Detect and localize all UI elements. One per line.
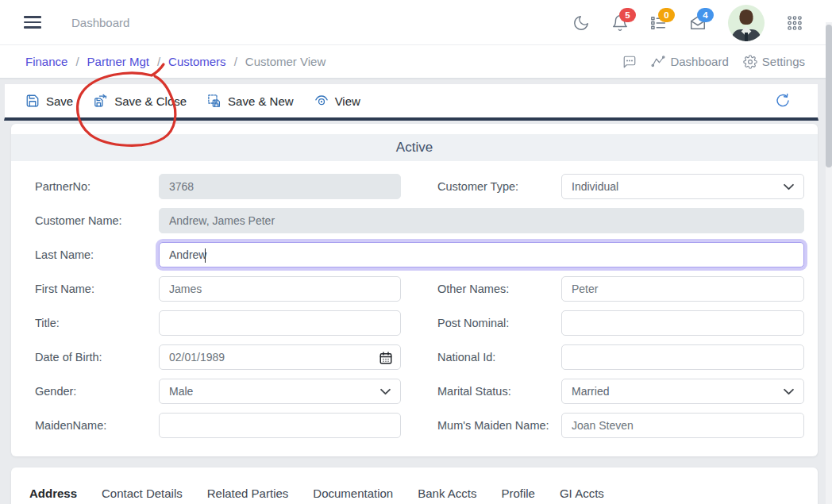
- save-new-button-label: Save & New: [228, 94, 294, 108]
- other-names-label: Other Names:: [426, 283, 561, 295]
- form-row: PartnerNo: Customer Type: Individual: [24, 174, 804, 199]
- other-names-input[interactable]: [562, 277, 803, 301]
- dashboard-link-label: Dashboard: [670, 55, 728, 68]
- header-actions: 5 0 4: [572, 0, 803, 45]
- breadcrumb-finance[interactable]: Finance: [25, 55, 67, 68]
- breadcrumb-bar: Finance / Partner Mgt / Customers / Cust…: [0, 45, 832, 79]
- breadcrumb: Finance / Partner Mgt / Customers / Cust…: [25, 55, 325, 68]
- calendar-icon[interactable]: [379, 351, 393, 365]
- breadcrumb-current: Customer View: [245, 55, 325, 68]
- marital-status-select[interactable]: Married: [561, 379, 804, 404]
- form-row: MaidenName: Mum's Maiden Name:: [24, 413, 804, 438]
- breadcrumb-actions: Dashboard Settings: [622, 55, 805, 69]
- chevron-down-icon: [380, 388, 391, 395]
- breadcrumb-partner-mgt[interactable]: Partner Mgt: [87, 55, 149, 68]
- chevron-down-icon: [784, 183, 794, 190]
- tab-profile[interactable]: Profile: [501, 487, 535, 500]
- hamburger-menu-icon[interactable]: [24, 13, 41, 32]
- save-icon: [25, 94, 40, 108]
- save-button[interactable]: Save: [25, 94, 73, 108]
- top-header: Dashboard 5 0: [0, 0, 832, 45]
- tasks-list-icon[interactable]: 0: [650, 14, 668, 32]
- last-name-label: Last Name:: [24, 248, 159, 261]
- mums-maiden-name-field: [561, 413, 804, 438]
- chevron-down-icon: [784, 388, 794, 395]
- last-name-input[interactable]: [160, 243, 803, 267]
- breadcrumb-separator: /: [75, 55, 79, 68]
- maiden-name-field: [159, 413, 401, 438]
- other-names-field: [561, 276, 804, 302]
- form-row: Date of Birth: National Id:: [24, 344, 804, 370]
- marital-status-value: Married: [572, 385, 609, 398]
- tab-related-parties[interactable]: Related Parties: [207, 487, 289, 500]
- tab-address[interactable]: Address: [29, 487, 77, 500]
- customer-name-field: [159, 208, 804, 233]
- apps-grid-icon[interactable]: [786, 14, 803, 32]
- avatar-head: [740, 10, 753, 25]
- first-name-label: First Name:: [24, 283, 159, 295]
- save-new-button[interactable]: Save & New: [207, 94, 294, 108]
- national-id-label: National Id:: [426, 351, 561, 364]
- breadcrumb-separator: /: [157, 55, 160, 68]
- customer-name-input: [160, 209, 803, 233]
- messages-mail-icon[interactable]: 4: [689, 14, 707, 32]
- form-row: Customer Name:: [24, 208, 804, 233]
- avatar-tie: [745, 33, 748, 41]
- tab-gi-accts[interactable]: GI Accts: [560, 487, 604, 500]
- vertical-scrollbar[interactable]: [826, 22, 832, 504]
- title-input[interactable]: [160, 311, 400, 335]
- status-bar: Active: [11, 134, 818, 161]
- post-nominal-input[interactable]: [562, 311, 803, 335]
- breadcrumb-customers[interactable]: Customers: [168, 55, 226, 68]
- settings-link-label: Settings: [762, 55, 805, 68]
- save-close-button[interactable]: Save & Close: [94, 94, 187, 108]
- settings-link[interactable]: Settings: [743, 55, 805, 69]
- national-id-input[interactable]: [562, 345, 803, 369]
- national-id-field: [561, 344, 804, 370]
- refresh-icon[interactable]: [775, 93, 791, 109]
- gender-value: Male: [169, 385, 193, 398]
- dark-mode-moon-icon[interactable]: [572, 14, 590, 32]
- title-field: [159, 310, 401, 336]
- notifications-bell-icon[interactable]: 5: [611, 14, 629, 32]
- view-button[interactable]: View: [314, 94, 360, 108]
- marital-status-label: Marital Status:: [426, 385, 561, 398]
- save-new-icon: [207, 94, 221, 108]
- partner-no-label: PartnerNo:: [24, 180, 159, 193]
- dashboard-link[interactable]: Dashboard: [651, 55, 728, 69]
- first-name-input[interactable]: [160, 277, 400, 301]
- maiden-name-input[interactable]: [160, 414, 400, 437]
- tab-documentation[interactable]: Documentation: [313, 487, 393, 500]
- detail-tabs-card: Address Contact Details Related Parties …: [11, 467, 818, 504]
- view-eye-icon: [314, 94, 329, 108]
- gender-select[interactable]: Male: [159, 379, 401, 404]
- user-avatar[interactable]: [728, 5, 765, 41]
- partner-no-input: [160, 175, 400, 198]
- record-toolbar: Save Save & Close Save & New View: [4, 83, 819, 121]
- scrollbar-thumb[interactable]: [826, 25, 832, 167]
- form-row: Title: Post Nominal:: [24, 310, 804, 336]
- mums-maiden-name-input[interactable]: [562, 414, 803, 437]
- customer-name-label: Customer Name:: [24, 214, 159, 227]
- tab-contact-details[interactable]: Contact Details: [102, 487, 183, 500]
- save-close-icon: [94, 94, 108, 108]
- last-name-field: [159, 242, 804, 267]
- comment-icon[interactable]: [622, 55, 637, 69]
- post-nominal-field: [561, 310, 804, 336]
- mums-maiden-name-label: Mum's Maiden Name:: [426, 419, 561, 432]
- customer-form-card: Active PartnerNo: Customer Type: Individ…: [11, 124, 818, 456]
- gear-icon: [743, 55, 757, 69]
- maiden-name-label: MaidenName:: [24, 419, 159, 432]
- customer-type-select[interactable]: Individual: [561, 174, 804, 199]
- post-nominal-label: Post Nominal:: [426, 317, 561, 329]
- gender-label: Gender:: [24, 385, 159, 398]
- date-of-birth-input[interactable]: [160, 345, 400, 369]
- tab-bank-accts[interactable]: Bank Accts: [418, 487, 476, 500]
- save-button-label: Save: [46, 94, 73, 108]
- tasks-badge: 0: [658, 8, 675, 22]
- save-close-button-label: Save & Close: [114, 94, 187, 108]
- first-name-field: [159, 276, 401, 302]
- messages-badge: 4: [697, 8, 714, 22]
- customer-view-page: Dashboard 5 0: [0, 0, 832, 504]
- customer-type-value: Individual: [572, 180, 618, 193]
